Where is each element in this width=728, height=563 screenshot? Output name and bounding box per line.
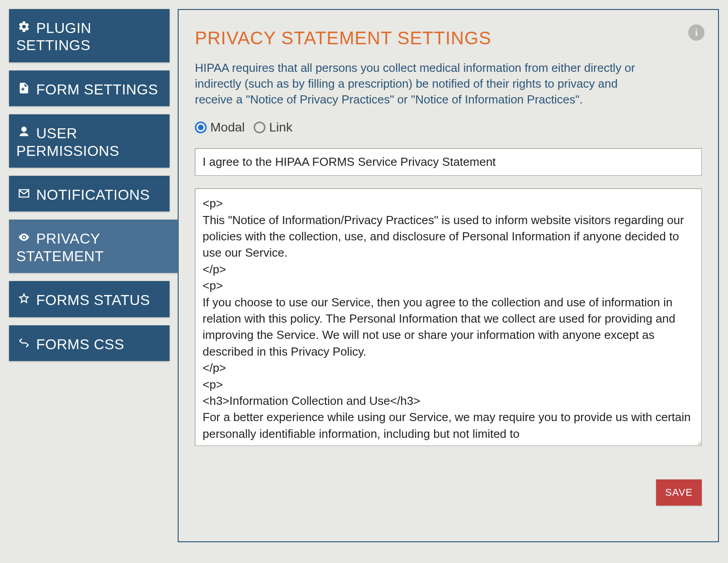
radio-modal-label: Modal: [210, 120, 245, 135]
agree-text-input[interactable]: [195, 148, 702, 176]
page-title: PRIVACY STATEMENT SETTINGS: [195, 28, 702, 48]
info-button[interactable]: i: [688, 24, 704, 41]
sidebar-item-label: FORMS CSS: [36, 336, 124, 352]
radio-modal[interactable]: [195, 122, 207, 133]
sidebar-item-privacy-statement[interactable]: PRIVACY STATEMENT: [9, 220, 178, 273]
star-icon: [16, 291, 32, 306]
sidebar-item-forms-css[interactable]: FORMS CSS: [9, 325, 170, 361]
envelope-icon: [16, 186, 32, 201]
sidebar-item-plugin-settings[interactable]: PLUGIN SETTINGS: [9, 9, 170, 62]
sidebar-item-user-permissions[interactable]: USER PERMISSIONS: [9, 114, 170, 168]
policy-html-textarea[interactable]: [195, 188, 702, 446]
sidebar-item-label: USER PERMISSIONS: [16, 125, 119, 159]
info-icon: i: [695, 27, 698, 38]
sidebar-item-forms-status[interactable]: FORMS STATUS: [9, 281, 170, 317]
sidebar-item-label: FORM SETTINGS: [36, 81, 158, 98]
sidebar-item-form-settings[interactable]: FORM SETTINGS: [9, 70, 170, 106]
sidebar: PLUGIN SETTINGS FORM SETTINGS USER PERMI…: [9, 9, 170, 542]
intro-text: HIPAA requires that all persons you coll…: [195, 60, 652, 108]
sidebar-item-label: FORMS STATUS: [36, 292, 150, 308]
sidebar-item-label: NOTIFICATIONS: [36, 187, 150, 203]
file-plus-icon: [16, 80, 32, 96]
eye-icon: [16, 230, 32, 245]
radio-link-label: Link: [269, 120, 292, 135]
user-icon: [16, 124, 32, 140]
sidebar-item-notifications[interactable]: NOTIFICATIONS: [9, 176, 170, 211]
radio-link[interactable]: [254, 122, 265, 133]
main-panel: i PRIVACY STATEMENT SETTINGS HIPAA requi…: [178, 9, 719, 542]
save-button[interactable]: SAVE: [656, 479, 702, 506]
gear-icon: [16, 19, 32, 34]
code-icon: [16, 335, 32, 351]
display-mode-group: Modal Link: [195, 120, 702, 135]
